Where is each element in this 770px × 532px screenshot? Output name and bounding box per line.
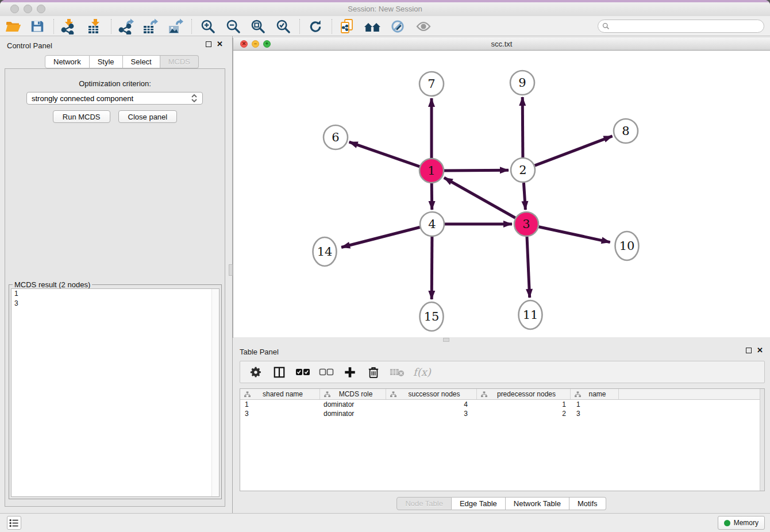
table-cell[interactable]: dominator	[320, 400, 386, 409]
node-table[interactable]: shared nameMCDS rolesuccessor nodesprede…	[240, 388, 765, 491]
result-scrollbar[interactable]	[211, 289, 219, 496]
import-table-icon[interactable]	[86, 18, 103, 35]
add-column-icon[interactable]	[342, 365, 357, 380]
node-11[interactable]: 11	[519, 300, 542, 329]
column-view-icon[interactable]	[272, 365, 287, 380]
export-network-icon[interactable]	[117, 18, 134, 35]
column-header-predecessor-nodes[interactable]: predecessor nodes	[477, 389, 571, 399]
open-session-icon[interactable]	[5, 18, 22, 35]
table-cell[interactable]: dominator	[320, 409, 386, 418]
zoom-out-icon[interactable]	[225, 18, 242, 35]
network-titlebar[interactable]: ✕ − + scc.txt	[233, 38, 770, 51]
memory-button[interactable]: Memory	[718, 516, 765, 530]
table-cell[interactable]: 3	[240, 409, 320, 418]
node-2[interactable]: 2	[511, 158, 535, 182]
network-view-window: ✕ − + scc.txt 7968124314101511	[233, 38, 770, 338]
preview-eye-icon[interactable]	[415, 18, 432, 35]
edge-2-9[interactable]	[522, 97, 523, 157]
table-row[interactable]: 1dominator411	[240, 400, 764, 409]
tab-network[interactable]: Network	[45, 55, 90, 68]
task-history-button[interactable]	[7, 516, 21, 530]
mcds-result-item[interactable]: 1	[11, 289, 219, 299]
zoom-in-icon[interactable]	[199, 18, 217, 35]
table-cell[interactable]: 1	[477, 400, 571, 409]
mcds-result-item[interactable]: 3	[11, 299, 219, 309]
export-image-icon[interactable]	[167, 18, 184, 35]
edge-4-15[interactable]	[432, 237, 432, 299]
control-panel-title: Control Panel	[7, 41, 52, 50]
tab-node-table[interactable]: Node Table	[396, 497, 452, 510]
table-cell[interactable]: 3	[571, 409, 619, 418]
refresh-icon[interactable]	[307, 18, 324, 35]
duplicate-network-icon[interactable]	[339, 18, 356, 35]
search-field[interactable]	[598, 20, 764, 33]
table-cell[interactable]: 4	[386, 400, 477, 409]
edge-3-10[interactable]	[539, 227, 610, 242]
window-title: Session: New Session	[0, 5, 770, 13]
function-builder-icon[interactable]: f(x)	[413, 366, 431, 378]
table-scrollbar[interactable]	[760, 389, 764, 491]
node-3[interactable]: 3	[514, 212, 538, 236]
vertical-splitter-handle[interactable]	[229, 264, 233, 276]
import-network-icon[interactable]	[60, 18, 77, 35]
table-tabs: Node TableEdge TableNetwork TableMotifs	[233, 497, 770, 510]
save-session-icon[interactable]	[29, 18, 46, 35]
export-table-icon[interactable]	[141, 18, 159, 35]
node-14[interactable]: 14	[313, 237, 337, 266]
delete-row-icon[interactable]	[366, 365, 381, 380]
node-15[interactable]: 15	[420, 302, 444, 331]
edge-4-14[interactable]	[341, 228, 420, 248]
edge-1-4[interactable]	[432, 183, 432, 210]
tab-edge-table[interactable]: Edge Table	[452, 497, 506, 510]
hide-graphics-details-icon[interactable]	[389, 18, 406, 35]
column-header-shared-name[interactable]: shared name	[240, 389, 320, 399]
tab-motifs[interactable]: Motifs	[569, 497, 606, 510]
zoom-selected-icon[interactable]	[275, 18, 292, 35]
delete-column-icon[interactable]	[390, 365, 405, 380]
run-mcds-button[interactable]: Run MCDS	[53, 110, 110, 123]
svg-text:4: 4	[428, 217, 436, 231]
column-header-successor-nodes[interactable]: successor nodes	[386, 389, 477, 399]
optimization-criterion-dropdown[interactable]: strongly connected component	[26, 92, 203, 105]
mcds-result-list[interactable]: 13	[11, 288, 220, 497]
unselect-all-columns-icon[interactable]	[319, 365, 334, 380]
column-header-MCDS-role[interactable]: MCDS role	[320, 389, 386, 399]
select-all-columns-icon[interactable]	[295, 365, 310, 380]
tab-style[interactable]: Style	[90, 55, 123, 68]
edge-3-1[interactable]	[444, 178, 515, 218]
tab-mcds[interactable]: MCDS	[160, 55, 199, 68]
tab-select[interactable]: Select	[123, 55, 160, 68]
horizontal-splitter-handle[interactable]	[443, 338, 449, 342]
table-cell[interactable]: 2	[477, 409, 571, 418]
edge-1-6[interactable]	[349, 142, 420, 167]
settings-gear-icon[interactable]	[248, 365, 263, 380]
edge-3-11[interactable]	[527, 237, 530, 298]
close-panel-icon[interactable]: ✕	[217, 41, 223, 48]
node-4[interactable]: 4	[420, 212, 444, 236]
tab-network-table[interactable]: Network Table	[506, 497, 569, 510]
home-icon[interactable]	[364, 18, 381, 35]
node-9[interactable]: 9	[510, 71, 534, 95]
zoom-fit-icon[interactable]	[249, 18, 267, 35]
search-input[interactable]	[612, 22, 764, 30]
mcds-tab-content: Optimization criterion: strongly connect…	[5, 68, 225, 507]
float-panel-icon[interactable]	[206, 41, 211, 47]
edge-2-3[interactable]	[523, 183, 525, 210]
network-canvas[interactable]: 7968124314101511	[233, 51, 770, 337]
column-header-name[interactable]: name	[571, 389, 619, 399]
edge-2-8[interactable]	[535, 136, 613, 165]
node-10[interactable]: 10	[615, 232, 639, 260]
table-cell[interactable]: 1	[571, 400, 619, 409]
table-row[interactable]: 3dominator323	[240, 409, 764, 418]
node-7[interactable]: 7	[419, 72, 444, 96]
edge-1-2[interactable]	[444, 170, 509, 171]
table-cell[interactable]: 1	[240, 400, 320, 409]
table-cell[interactable]: 3	[386, 409, 477, 418]
optimization-criterion-label: Optimization criterion:	[5, 79, 225, 88]
node-8[interactable]: 8	[614, 119, 638, 143]
node-6[interactable]: 6	[324, 125, 348, 149]
close-table-panel-icon[interactable]: ✕	[757, 347, 763, 354]
float-table-panel-icon[interactable]	[746, 348, 752, 353]
node-1[interactable]: 1	[419, 159, 444, 183]
close-panel-button[interactable]: Close panel	[118, 110, 178, 123]
